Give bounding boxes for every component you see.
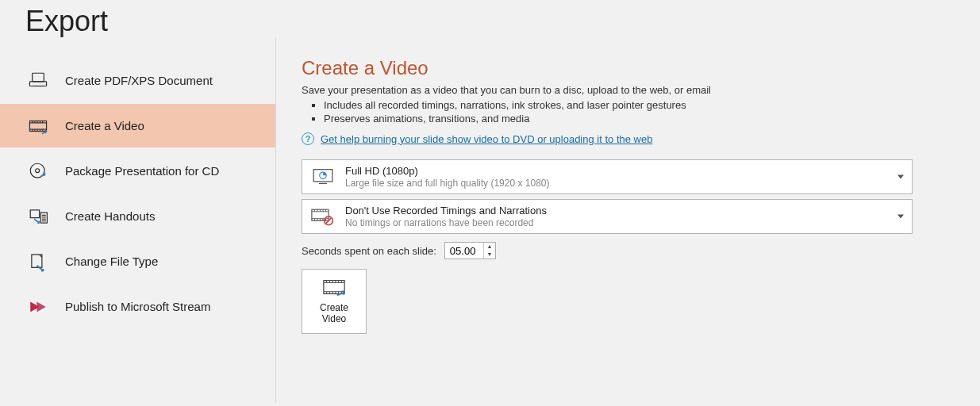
main-description: Save your presentation as a video that y… [302,84,980,96]
spinner-up[interactable]: ▲ [484,243,495,251]
sidebar-item-create-video[interactable]: Create a Video [0,104,275,147]
main-panel: Create a Video Save your presentation as… [276,38,980,403]
svg-rect-18 [30,209,39,217]
svg-rect-0 [33,73,44,82]
chevron-down-icon [897,175,904,179]
bullet-item: Preserves animations, transitions, and m… [324,113,980,124]
sidebar-item-change-filetype[interactable]: Change File Type [0,239,275,283]
sidebar-item-label: Package Presentation for CD [65,164,219,178]
document-pdf-icon [25,68,51,94]
create-video-label: Create Video [320,302,348,324]
svg-marker-26 [37,301,45,312]
change-filetype-icon [25,249,51,274]
stream-icon [25,294,51,320]
export-sidebar: Create PDF/XPS Document Create [0,38,276,403]
quality-sub: Large file size and full high quality (1… [345,178,904,189]
filmstrip-arrow-icon [322,278,346,297]
handouts-icon [25,204,51,229]
sidebar-item-label: Change File Type [65,255,158,268]
svg-rect-1 [29,81,46,86]
sidebar-item-publish-stream[interactable]: Publish to Microsoft Stream [0,285,275,328]
sidebar-item-label: Publish to Microsoft Stream [65,300,210,313]
seconds-label: Seconds spent on each slide: [302,245,436,257]
timings-title: Don't Use Recorded Timings and Narration… [345,205,904,216]
svg-point-17 [36,168,40,172]
sidebar-item-label: Create Handouts [65,209,155,223]
help-link[interactable]: Get help burning your slide show video t… [321,133,652,145]
timings-dropdown[interactable]: Don't Use Recorded Timings and Narration… [302,199,913,234]
create-video-button[interactable]: Create Video [302,269,367,334]
sidebar-item-create-pdf[interactable]: Create PDF/XPS Document [0,59,275,102]
help-icon: ? [302,132,314,145]
seconds-spinner[interactable]: ▲ ▼ [444,242,496,259]
sidebar-item-package-cd[interactable]: Package Presentation for CD [0,149,275,193]
sidebar-item-create-handouts[interactable]: Create Handouts [0,194,275,238]
sidebar-item-label: Create a Video [65,119,144,132]
video-quality-dropdown[interactable]: Full HD (1080p) Large file size and full… [302,159,913,194]
chevron-down-icon [897,215,904,219]
spinner-down[interactable]: ▼ [484,251,495,259]
filmstrip-blocked-icon [310,206,336,227]
page-title: Export [0,0,980,38]
cd-icon [25,159,51,184]
filmstrip-icon [25,113,51,139]
main-title: Create a Video [302,57,980,79]
timings-sub: No timings or narrations have been recor… [345,217,904,228]
monitor-icon [310,167,336,187]
bullet-item: Includes all recorded timings, narration… [324,99,980,111]
feature-bullets: Includes all recorded timings, narration… [302,99,980,124]
svg-rect-27 [313,170,332,182]
seconds-input[interactable] [445,243,483,259]
quality-title: Full HD (1080p) [345,165,904,177]
sidebar-item-label: Create PDF/XPS Document [65,74,213,87]
